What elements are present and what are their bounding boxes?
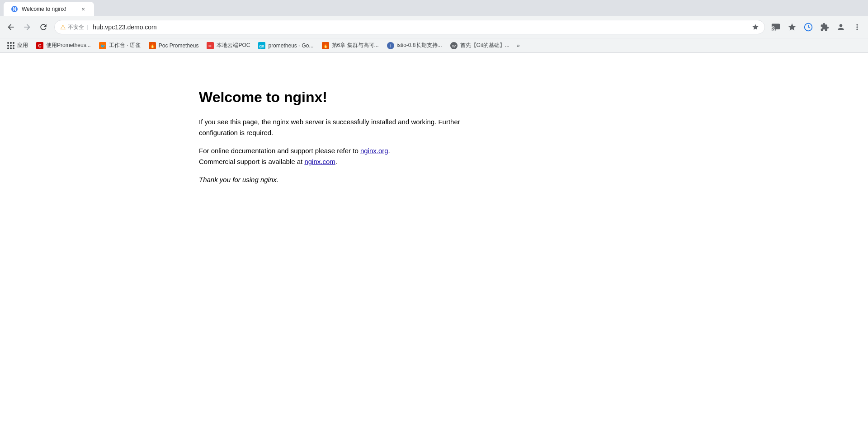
reload-button[interactable] [36,20,51,34]
bookmark-label-0: 使用Prometheus... [46,42,91,49]
active-tab[interactable]: N Welcome to nginx! ✕ [4,2,94,16]
security-indicator: ⚠ 不安全 | [60,23,89,31]
extension-sync-button[interactable] [801,20,816,34]
toolbar: ⚠ 不安全 | hub.vpc123.demo.com [0,16,868,38]
bookmark-label-5: 第6章 集群与高可... [332,42,379,49]
nginx-org-link[interactable]: nginx.org [360,147,388,155]
bookmark-item-chapter6[interactable]: 🔥 第6章 集群与高可... [318,40,382,51]
bookmark-star-icon[interactable] [752,23,759,31]
apps-label: 应用 [17,42,28,49]
bookmark-favicon-6: i [387,42,394,49]
bookmark-label-2: Poc Prometheus [159,42,199,49]
bookmark-favicon-4: go [258,42,265,49]
nginx-paragraph1: If you see this page, the nginx web serv… [199,117,479,138]
nginx-body: If you see this page, the nginx web serv… [199,117,479,185]
bookmarks-more-button[interactable]: » [514,41,523,51]
tab-title: Welcome to nginx! [22,6,76,12]
bookmark-favicon-2: 🔥 [149,42,156,49]
nginx-paragraph3-prefix: Commercial support is available at [199,158,304,165]
back-button[interactable] [4,20,18,34]
svg-text:🔥: 🔥 [323,42,329,48]
bookmark-favicon-0: C [36,42,43,49]
bookmark-button[interactable] [785,20,799,34]
nginx-paragraph3-suffix: . [335,158,337,165]
tab-favicon: N [11,5,18,13]
bookmark-item-git[interactable]: W 首先【Git的基础】... [447,40,513,51]
forward-button[interactable] [20,20,34,34]
warning-icon: ⚠ [60,23,66,31]
bookmark-item-prometheus-go[interactable]: go prometheus - Go... [255,40,317,51]
svg-text:🐦: 🐦 [100,43,105,49]
bookmark-label-6: istio-0.8长期支持... [397,42,442,49]
bookmark-favicon-7: W [450,42,458,49]
nginx-thanks: Thank you for using nginx. [199,174,479,185]
bookmark-favicon-1: 🐦 [99,42,106,49]
bookmark-label-3: 本地云端POC [217,42,250,49]
profile-button[interactable] [834,20,848,34]
cast-button[interactable] [769,20,783,34]
bookmark-favicon-5: 🔥 [322,42,329,49]
separator: | [87,24,88,30]
apps-grid-icon [7,42,14,49]
svg-text:W: W [452,44,456,48]
bookmark-item-poc-prometheus[interactable]: 🔥 Poc Prometheus [145,40,203,51]
bookmark-item-prometheus[interactable]: C 使用Prometheus... [33,40,94,51]
bookmark-item-istio[interactable]: i istio-0.8长期支持... [383,40,446,51]
bookmark-item-yuque[interactable]: 🐦 工作台 · 语雀 [95,40,144,51]
security-label: 不安全 [68,23,84,31]
bookmark-label-1: 工作台 · 语雀 [109,42,141,49]
nginx-welcome-title: Welcome to nginx! [199,89,868,106]
nginx-paragraph2-suffix: . [388,147,390,155]
svg-text:🔥: 🔥 [150,42,156,48]
svg-text:N: N [13,7,16,12]
address-bar[interactable]: ⚠ 不安全 | hub.vpc123.demo.com [54,20,765,34]
bookmark-label-4: prometheus - Go... [268,42,313,49]
nginx-paragraph2: For online documentation and support ple… [199,145,479,167]
bookmark-label-7: 首先【Git的基础】... [460,42,509,49]
page-content: Welcome to nginx! If you see this page, … [0,53,868,422]
url-text[interactable]: hub.vpc123.demo.com [93,23,748,31]
svg-text:C: C [38,43,41,48]
svg-text:✏: ✏ [208,44,212,48]
apps-button[interactable]: 应用 [4,40,32,51]
tab-bar: N Welcome to nginx! ✕ [0,0,868,16]
extensions-button[interactable] [817,20,832,34]
bookmark-favicon-3: ✏ [207,42,214,49]
menu-button[interactable] [850,20,864,34]
bookmark-item-local-poc[interactable]: ✏ 本地云端POC [203,40,254,51]
nginx-com-link[interactable]: nginx.com [304,158,335,165]
browser-chrome: N Welcome to nginx! ✕ ⚠ 不安全 | hub.vpc123… [0,0,868,53]
bookmarks-bar: 应用 C 使用Prometheus... 🐦 工作台 · 语雀 🔥 Poc Pr… [0,38,868,52]
nginx-paragraph2-prefix: For online documentation and support ple… [199,147,360,155]
svg-text:go: go [259,44,264,48]
svg-text:i: i [390,44,391,48]
tab-close-button[interactable]: ✕ [80,5,87,13]
toolbar-right [769,20,864,34]
